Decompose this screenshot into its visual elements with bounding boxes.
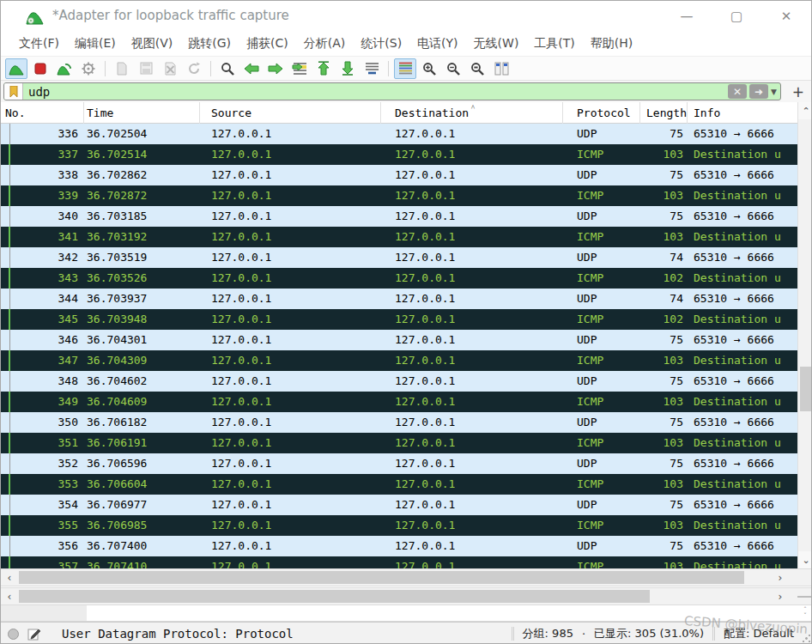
packet-row[interactable]: 34236.703519127.0.0.1127.0.0.1UDP7465310… [1, 247, 797, 268]
go-first-button[interactable] [312, 58, 335, 79]
menu-item-10[interactable]: 帮助(H) [583, 33, 640, 55]
cell-source: 127.0.0.1 [200, 412, 381, 433]
filter-bookmark-button[interactable] [4, 83, 23, 100]
hscroll-thumb[interactable] [19, 590, 650, 603]
vertical-scroll-thumb[interactable] [800, 367, 812, 411]
menu-item-9[interactable]: 工具(T) [526, 33, 582, 55]
cell-destination: 127.0.0.1 [381, 515, 563, 536]
expert-info-icon[interactable] [8, 629, 19, 640]
close-file-button[interactable] [159, 58, 181, 79]
toolbar-separator [210, 61, 211, 76]
go-forward-button[interactable] [264, 58, 287, 79]
packet-row[interactable]: 35136.706191127.0.0.1127.0.0.1ICMP103Des… [1, 433, 797, 453]
scroll-left-icon[interactable]: ‹ [1, 588, 18, 605]
scroll-right-icon[interactable]: › [772, 569, 789, 586]
resize-grip[interactable] [802, 634, 811, 643]
packet-list-header: No. Time Source Destination Protocol Len… [1, 102, 797, 124]
filter-dropdown-caret[interactable]: ▼ [771, 88, 777, 96]
packet-row[interactable]: 35736.707410127.0.0.1127.0.0.1ICMP103Des… [1, 556, 797, 568]
open-file-button[interactable] [111, 58, 133, 79]
scroll-up-icon[interactable]: ⌃ [798, 102, 812, 119]
maximize-button[interactable]: ▢ [712, 1, 761, 32]
stop-capture-button[interactable] [29, 58, 52, 79]
menu-item-5[interactable]: 分析(A) [296, 33, 354, 55]
resize-columns-button[interactable] [490, 58, 512, 79]
scroll-down-icon[interactable]: ⌄ [798, 551, 812, 568]
menu-item-2[interactable]: 视图(V) [124, 33, 181, 55]
go-last-button[interactable] [336, 58, 359, 79]
cell-no: 348 [10, 371, 84, 392]
colorize-packets-button[interactable] [394, 58, 416, 79]
packet-row[interactable]: 35436.706977127.0.0.1127.0.0.1UDP7565310… [1, 495, 797, 515]
auto-scroll-button[interactable] [361, 58, 383, 79]
packet-row[interactable]: 35636.707400127.0.0.1127.0.0.1UDP7565310… [1, 536, 797, 556]
packet-row[interactable]: 34836.704602127.0.0.1127.0.0.1UDP7565310… [1, 371, 797, 392]
packet-row[interactable]: 34336.703526127.0.0.1127.0.0.1ICMP102Des… [1, 268, 797, 289]
menu-item-0[interactable]: 文件(F) [11, 33, 67, 55]
packet-list-hscrollbar[interactable]: ‹ › [1, 568, 812, 586]
splitter-handle[interactable] [797, 596, 811, 598]
packet-row[interactable]: 34436.703937127.0.0.1127.0.0.1UDP7465310… [1, 289, 797, 309]
menu-item-3[interactable]: 跳转(G) [180, 33, 239, 55]
packet-row[interactable]: 34036.703185127.0.0.1127.0.0.1UDP7565310… [1, 206, 797, 227]
menu-item-1[interactable]: 编辑(E) [67, 33, 124, 55]
vertical-scrollbar[interactable]: ⌃ ⌄ [797, 102, 812, 568]
reload-icon [187, 62, 201, 76]
packet-row[interactable]: 34736.704309127.0.0.1127.0.0.1ICMP103Des… [1, 350, 797, 371]
go-back-button[interactable] [240, 58, 263, 79]
packet-row[interactable]: 34936.704609127.0.0.1127.0.0.1ICMP103Des… [1, 392, 797, 412]
column-header-source[interactable]: Source [200, 102, 381, 124]
packet-row[interactable]: 33736.702514127.0.0.1127.0.0.1ICMP103Des… [1, 144, 797, 165]
scroll-right-icon[interactable]: › [772, 588, 789, 605]
cell-protocol: ICMP [563, 392, 640, 412]
reload-file-button[interactable] [183, 58, 205, 79]
go-to-packet-button[interactable] [288, 58, 311, 79]
menu-item-6[interactable]: 统计(S) [353, 33, 409, 55]
column-header-no[interactable]: No. [1, 102, 84, 124]
minimize-button[interactable]: — [662, 1, 712, 32]
restart-capture-button[interactable] [53, 58, 76, 79]
display-filter-field[interactable]: udp ✕ ➜ ▼ [3, 82, 781, 100]
zoom-in-button[interactable] [418, 58, 440, 79]
packet-row[interactable]: 35036.706182127.0.0.1127.0.0.1UDP7565310… [1, 412, 797, 433]
packet-row[interactable]: 33636.702504127.0.0.1127.0.0.1UDP7565310… [1, 124, 797, 144]
save-file-button[interactable] [135, 58, 157, 79]
start-capture-button[interactable] [5, 58, 27, 79]
cell-info: 65310 → 6666 [688, 536, 797, 556]
related-packet-gutter [1, 185, 10, 206]
menu-item-7[interactable]: 电话(Y) [409, 33, 465, 55]
column-header-time[interactable]: Time [84, 102, 200, 124]
menu-item-8[interactable]: 无线(W) [466, 33, 527, 55]
spin-down-icon[interactable]: ˅ [803, 613, 807, 619]
capture-comment-icon[interactable] [27, 628, 41, 641]
profile-name[interactable]: 配置: Default [724, 626, 794, 641]
filter-apply-button[interactable]: ➜ [749, 84, 768, 99]
capture-options-button[interactable] [77, 58, 100, 79]
column-header-length[interactable]: Length [640, 102, 688, 124]
packet-row[interactable]: 34136.703192127.0.0.1127.0.0.1ICMP103Des… [1, 227, 797, 247]
display-filter-input[interactable]: udp [23, 85, 728, 99]
column-header-protocol[interactable]: Protocol [563, 102, 640, 124]
detail-pane-hscrollbar[interactable]: ‹ › [1, 587, 812, 605]
packet-row[interactable]: 34536.703948127.0.0.1127.0.0.1ICMP102Des… [1, 309, 797, 330]
packet-row[interactable]: 35336.706604127.0.0.1127.0.0.1ICMP103Des… [1, 474, 797, 495]
packet-row[interactable]: 35236.706596127.0.0.1127.0.0.1UDP7565310… [1, 453, 797, 474]
menu-item-4[interactable]: 捕获(C) [239, 33, 296, 55]
filter-add-button[interactable]: + [792, 83, 804, 100]
cell-destination: 127.0.0.1 [381, 330, 563, 350]
zoom-reset-button[interactable] [466, 58, 488, 79]
scroll-left-icon[interactable]: ‹ [1, 569, 18, 586]
packet-row[interactable]: 33936.702872127.0.0.1127.0.0.1ICMP103Des… [1, 185, 797, 206]
mini-spinner[interactable]: ˄˅ [799, 606, 811, 620]
packet-row[interactable]: 35536.706985127.0.0.1127.0.0.1ICMP103Des… [1, 515, 797, 536]
find-packet-button[interactable] [216, 58, 239, 79]
hscroll-thumb[interactable] [19, 571, 744, 584]
cell-info: 65310 → 6666 [688, 453, 797, 474]
column-header-info[interactable]: Info [688, 102, 797, 124]
zoom-out-button[interactable] [442, 58, 464, 79]
arrow-right-icon [268, 63, 283, 75]
filter-clear-button[interactable]: ✕ [728, 84, 747, 99]
packet-row[interactable]: 34636.704301127.0.0.1127.0.0.1UDP7565310… [1, 330, 797, 350]
packet-row[interactable]: 33836.702862127.0.0.1127.0.0.1UDP7565310… [1, 165, 797, 185]
close-button[interactable]: ✕ [761, 1, 811, 32]
